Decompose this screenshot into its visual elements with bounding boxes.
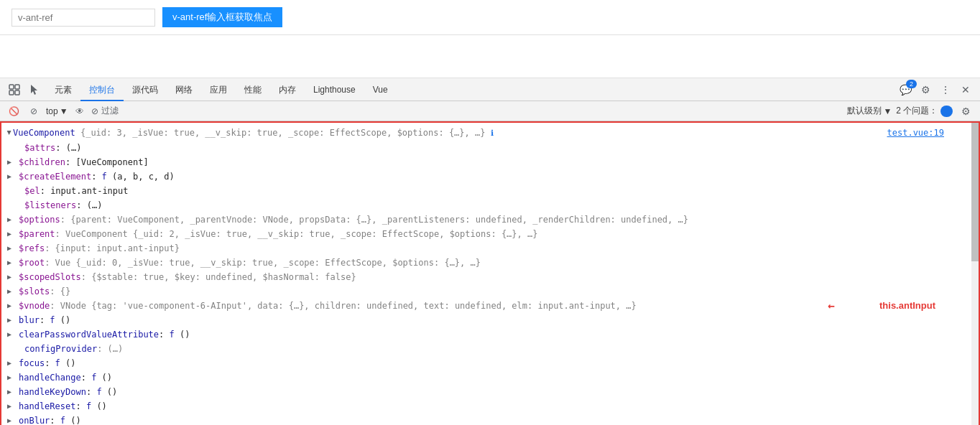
el-val: : input.ant-input — [40, 186, 129, 196]
handlekeydown-val: : f () — [86, 387, 117, 397]
top-dropdown-icon: ▼ — [60, 106, 68, 116]
tab-source[interactable]: 源代码 — [124, 78, 167, 101]
close-devtools-icon[interactable]: ✕ — [957, 81, 974, 98]
cursor-icon[interactable] — [26, 81, 43, 98]
configprovider-line[interactable]: configProvider: (…) — [1, 342, 979, 356]
clearpassword-line[interactable]: ▶ clearPasswordValueAttribute: f () — [1, 327, 979, 342]
parent-line[interactable]: ▶ $parent: VueComponent {_uid: 2, _isVue… — [1, 227, 979, 241]
tab-lighthouse[interactable]: Lighthouse — [305, 78, 364, 101]
slots-line[interactable]: ▶ $slots: {} — [1, 284, 979, 299]
more-icon[interactable]: ⋮ — [937, 81, 954, 98]
blur-line[interactable]: ▶ blur: f () — [1, 313, 979, 327]
listeners-val: : (…) — [76, 200, 102, 210]
annotation-arrow: ← — [828, 299, 835, 312]
main-object-line[interactable]: ▶ VueComponent {_uid: 3, _isVue: true, _… — [1, 126, 979, 141]
clearpassword-key: clearPasswordValueAttribute — [19, 330, 159, 340]
slots-val: : {} — [50, 286, 70, 296]
scrollbar-thumb[interactable] — [971, 123, 979, 261]
parent-val: : VueComponent {_uid: 2, _isVue: true, _… — [55, 229, 538, 239]
expand-createelement-arrow[interactable]: ▶ — [7, 170, 11, 183]
root-line[interactable]: ▶ $root: Vue {_uid: 0, _isVue: true, __v… — [1, 256, 979, 270]
expand-options-arrow[interactable]: ▶ — [7, 213, 11, 226]
main-object-text: VueComponent {_uid: 3, _isVue: true, __v… — [13, 128, 494, 138]
expand-vnode-arrow[interactable]: ▶ — [7, 299, 11, 312]
message-badge: 2 — [906, 80, 917, 88]
scrollbar-track — [971, 123, 979, 425]
top-demo-area: v-ant-ref输入框获取焦点 — [0, 0, 980, 35]
default-level-select[interactable]: 默认级别 ▼ — [847, 105, 892, 117]
onblur-line[interactable]: ▶ onBlur: f () — [1, 414, 979, 425]
clearpassword-val: : f () — [159, 330, 190, 340]
createelement-key: $createElement — [19, 172, 91, 182]
blur-val: : f () — [40, 315, 70, 325]
expand-root-arrow[interactable]: ▶ — [7, 256, 11, 269]
expand-blur-arrow[interactable]: ▶ — [7, 314, 11, 327]
tab-console[interactable]: 控制台 — [80, 78, 124, 101]
console-toolbar: 🚫 ⊘ top ▼ 👁 ⊘ 过滤 默认级别 ▼ 2 个问题： 2 ⚙ — [0, 101, 980, 121]
console-settings-icon[interactable]: ⚙ — [957, 103, 974, 120]
inspect-icon[interactable] — [6, 81, 23, 98]
focus-line[interactable]: ▶ focus: f () — [1, 356, 979, 370]
v-ant-ref-button[interactable]: v-ant-ref输入框获取焦点 — [162, 7, 282, 27]
settings-icon[interactable]: ⚙ — [917, 81, 934, 98]
children-line[interactable]: ▶ $children: [VueComponent] — [1, 155, 979, 169]
svg-rect-2 — [9, 90, 14, 95]
expand-focus-arrow[interactable]: ▶ — [7, 357, 11, 370]
svg-rect-0 — [9, 85, 14, 89]
clear-console-icon[interactable]: 🚫 — [6, 103, 22, 119]
options-val: : {parent: VueComponent, _parentVnode: V… — [60, 215, 688, 225]
info-icon[interactable]: ℹ — [491, 129, 494, 138]
eye-icon[interactable]: 👁 — [73, 104, 87, 118]
expand-onblur-arrow[interactable]: ▶ — [7, 414, 11, 425]
message-icon[interactable]: 💬 2 — [897, 81, 914, 98]
expand-handlekeydown-arrow[interactable]: ▶ — [7, 386, 11, 398]
expand-slots-arrow[interactable]: ▶ — [7, 285, 11, 298]
default-level-label: 默认级别 — [847, 105, 882, 117]
devtools-tabbar: 元素 控制台 源代码 网络 应用 性能 内存 Lighthouse Vue 💬 … — [0, 78, 980, 101]
scopedslots-line[interactable]: ▶ $scopedSlots: {$stable: true, $key: un… — [1, 270, 979, 284]
tab-performance[interactable]: 性能 — [236, 78, 270, 101]
block-icon[interactable]: ⊘ — [26, 103, 42, 119]
expand-main-arrow[interactable]: ▶ — [3, 131, 16, 135]
console-output[interactable]: ▶ VueComponent {_uid: 3, _isVue: true, _… — [0, 121, 980, 425]
expand-parent-arrow[interactable]: ▶ — [7, 228, 11, 240]
annotation-text: this.antInput — [879, 299, 935, 312]
expand-children-arrow[interactable]: ▶ — [7, 156, 11, 169]
onblur-val: : f () — [50, 416, 80, 425]
expand-clearpassword-arrow[interactable]: ▶ — [7, 328, 11, 341]
top-select[interactable]: top ▼ — [46, 106, 68, 116]
expand-handlechange-arrow[interactable]: ▶ — [7, 371, 11, 384]
el-line[interactable]: $el: input.ant-input — [1, 184, 979, 198]
createelement-line[interactable]: ▶ $createElement: f (a, b, c, d) — [1, 169, 979, 184]
refs-key: $refs — [19, 243, 45, 253]
tab-application[interactable]: 应用 — [201, 78, 236, 101]
handlereset-val: : f () — [75, 401, 106, 411]
attrs-line[interactable]: $attrs: (…) — [1, 141, 979, 155]
options-line[interactable]: ▶ $options: {parent: VueComponent, _pare… — [1, 212, 979, 227]
source-link[interactable]: test.vue:19 — [887, 126, 944, 139]
handlechange-val: : f () — [81, 373, 112, 383]
createelement-val: : f (a, b, c, d) — [91, 172, 175, 182]
issues-label: 2 个问题： — [896, 105, 938, 117]
listeners-line[interactable]: $listeners: (…) — [1, 198, 979, 212]
children-val: : [VueComponent] — [65, 157, 149, 167]
tab-elements[interactable]: 元素 — [46, 78, 80, 101]
tab-vue[interactable]: Vue — [364, 78, 397, 101]
tab-network[interactable]: 网络 — [167, 78, 201, 101]
expand-scopedslots-arrow[interactable]: ▶ — [7, 271, 11, 284]
devtools-right-controls: 💬 2 ⚙ ⋮ ✕ — [897, 81, 974, 98]
expand-refs-arrow[interactable]: ▶ — [7, 242, 11, 255]
handlechange-line[interactable]: ▶ handleChange: f () — [1, 370, 979, 385]
issues-count-area: 2 个问题： 2 — [896, 105, 953, 117]
vnode-key: $vnode — [19, 301, 50, 311]
tab-memory[interactable]: 内存 — [270, 78, 305, 101]
handlekeydown-key: handleKeyDown — [19, 387, 86, 397]
handlekeydown-line[interactable]: ▶ handleKeyDown: f () — [1, 385, 979, 399]
handlereset-line[interactable]: ▶ handleReset: f () — [1, 399, 979, 414]
vnode-line[interactable]: ▶ $vnode: VNode {tag: 'vue-component-6-A… — [1, 299, 979, 313]
expand-handlereset-arrow[interactable]: ▶ — [7, 400, 11, 413]
filter-label: 过滤 — [101, 105, 119, 117]
refs-line[interactable]: ▶ $refs: {input: input.ant-input} — [1, 241, 979, 256]
v-ant-ref-input[interactable] — [11, 9, 155, 27]
onblur-key: onBlur — [19, 416, 50, 425]
